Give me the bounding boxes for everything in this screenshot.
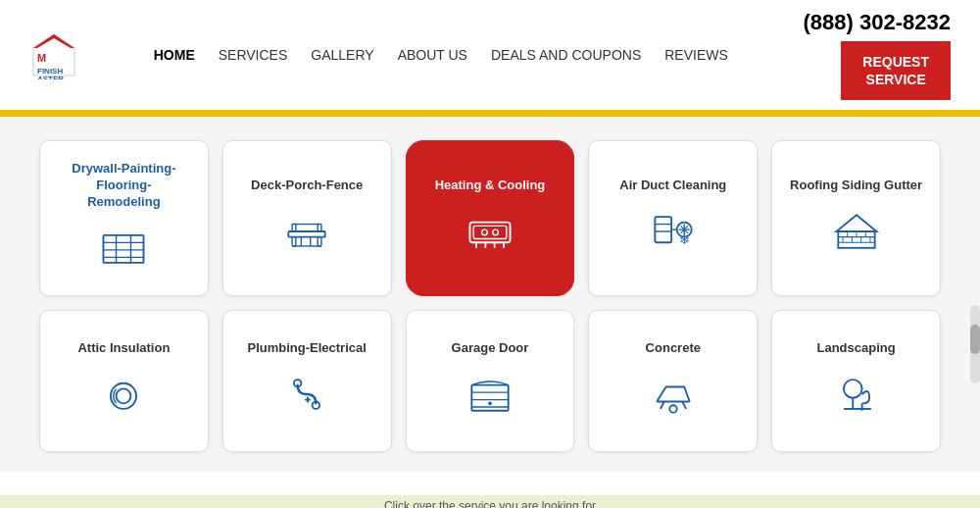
scroll-hint: Click over the service you are looking f… xyxy=(0,495,980,508)
service-label-drywall: Drywall-Painting-Flooring-Remodeling xyxy=(72,161,175,211)
service-card-garage[interactable]: Garage Door xyxy=(406,310,575,452)
scrollbar-thumb xyxy=(970,325,980,354)
phone-number: (888) 302-8232 xyxy=(804,10,951,35)
service-card-drywall[interactable]: Drywall-Painting-Flooring-Remodeling xyxy=(39,140,209,296)
services-grid: Drywall-Painting-Flooring-Remodeling Dec… xyxy=(39,140,941,452)
svg-rect-13 xyxy=(318,225,321,231)
plumbing-icon xyxy=(279,367,334,422)
roofing-icon xyxy=(829,204,884,259)
attic-icon xyxy=(96,367,151,422)
svg-text:❄: ❄ xyxy=(678,232,689,247)
deck-icon xyxy=(279,204,334,259)
service-label-heating: Heating & Cooling xyxy=(435,178,546,194)
service-label-plumbing: Plumbing-Electrical xyxy=(248,340,367,357)
section-title-area: Click over the service you are looking f… xyxy=(0,472,980,508)
svg-rect-21 xyxy=(473,227,507,239)
service-card-attic[interactable]: Attic Insulation xyxy=(39,310,209,452)
drywall-icon xyxy=(96,221,151,276)
service-card-landscaping[interactable]: Landscaping xyxy=(771,310,941,452)
heating-icon xyxy=(463,204,517,259)
svg-point-46 xyxy=(117,388,131,403)
svg-rect-16 xyxy=(318,237,321,246)
service-label-deck: Deck-Porch-Fence xyxy=(251,178,363,194)
scrollbar[interactable] xyxy=(970,305,980,383)
service-card-plumbing[interactable]: Plumbing-Electrical xyxy=(222,310,392,452)
services-section: Drywall-Painting-Flooring-Remodeling Dec… xyxy=(0,117,980,472)
nav-services[interactable]: SERVICES xyxy=(219,47,288,63)
svg-line-58 xyxy=(682,401,686,408)
service-label-landscaping: Landscaping xyxy=(817,340,896,357)
service-label-attic: Attic Insulation xyxy=(77,340,170,357)
svg-point-22 xyxy=(482,229,488,235)
service-label-garage: Garage Door xyxy=(452,340,529,357)
logo-area: M FINISH ASTER xyxy=(29,30,78,79)
svg-point-60 xyxy=(844,380,862,398)
svg-rect-12 xyxy=(292,225,296,231)
svg-rect-11 xyxy=(289,231,325,237)
service-card-roofing[interactable]: Roofing Siding Gutter xyxy=(771,140,941,296)
svg-rect-15 xyxy=(292,237,296,246)
svg-rect-5 xyxy=(104,235,144,263)
logo-icon: M FINISH ASTER xyxy=(29,30,78,79)
nav-deals[interactable]: DEALS AND COUPONS xyxy=(491,47,641,63)
svg-text:M: M xyxy=(37,52,46,64)
svg-point-55 xyxy=(488,401,492,405)
nav-gallery[interactable]: GALLERY xyxy=(311,47,373,63)
header-right: (888) 302-8232 REQUESTSERVICE xyxy=(804,10,951,100)
svg-point-45 xyxy=(111,383,136,409)
main-nav: HOME SERVICES GALLERY ABOUT US DEALS AND… xyxy=(154,47,728,63)
svg-point-59 xyxy=(669,405,676,412)
service-card-concrete[interactable]: Concrete xyxy=(588,310,758,452)
nav-reviews[interactable]: REVIEWS xyxy=(664,47,728,63)
landscaping-icon xyxy=(829,367,884,422)
service-card-airduct[interactable]: Air Duct Cleaning ❄ xyxy=(588,140,758,296)
airduct-icon: ❄ xyxy=(646,204,701,259)
nav-about[interactable]: ABOUT US xyxy=(398,47,467,63)
request-service-button[interactable]: REQUESTSERVICE xyxy=(841,41,951,100)
service-label-concrete: Concrete xyxy=(646,340,701,357)
svg-rect-28 xyxy=(655,217,671,242)
header: M FINISH ASTER HOME SERVICES GALLERY ABO… xyxy=(0,0,980,113)
service-card-heating[interactable]: Heating & Cooling xyxy=(406,140,575,296)
svg-line-57 xyxy=(661,401,664,408)
svg-text:ASTER: ASTER xyxy=(37,75,64,79)
nav-home[interactable]: HOME xyxy=(154,47,195,63)
service-card-deck[interactable]: Deck-Porch-Fence xyxy=(222,140,392,296)
svg-marker-34 xyxy=(836,215,876,231)
svg-point-23 xyxy=(493,229,499,235)
service-label-roofing: Roofing Siding Gutter xyxy=(790,178,922,194)
concrete-icon xyxy=(646,367,701,422)
service-label-airduct: Air Duct Cleaning xyxy=(619,178,726,194)
garage-icon xyxy=(463,367,517,422)
